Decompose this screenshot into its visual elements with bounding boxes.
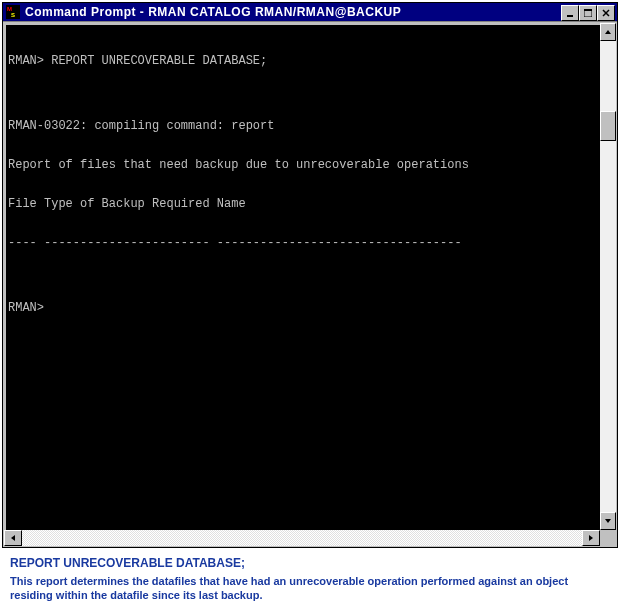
- titlebar: M S Command Prompt - RMAN CATALOG RMAN/R…: [3, 3, 617, 21]
- caption-title: REPORT UNRECOVERABLE DATABASE;: [10, 556, 610, 570]
- svg-rect-3: [567, 15, 573, 17]
- svg-marker-10: [11, 535, 15, 541]
- scroll-up-button[interactable]: [600, 23, 616, 41]
- svg-rect-5: [584, 9, 592, 11]
- minimize-button[interactable]: [561, 5, 579, 21]
- svg-text:S: S: [11, 12, 15, 18]
- command-prompt-window: M S Command Prompt - RMAN CATALOG RMAN/R…: [2, 2, 618, 548]
- console-line: RMAN>: [8, 302, 596, 315]
- horizontal-scrollbar[interactable]: [4, 530, 600, 546]
- maximize-button[interactable]: [579, 5, 597, 21]
- svg-marker-11: [589, 535, 593, 541]
- scroll-right-button[interactable]: [582, 530, 600, 546]
- console-line: File Type of Backup Required Name: [8, 198, 596, 211]
- caption: REPORT UNRECOVERABLE DATABASE; This repo…: [10, 556, 610, 602]
- vertical-scrollbar[interactable]: [600, 23, 616, 530]
- console-line: RMAN-03022: compiling command: report: [8, 120, 596, 133]
- console-output[interactable]: RMAN> REPORT UNRECOVERABLE DATABASE; RMA…: [6, 25, 600, 530]
- vertical-scroll-track[interactable]: [600, 41, 616, 512]
- vertical-scroll-thumb[interactable]: [600, 111, 616, 141]
- scroll-left-button[interactable]: [4, 530, 22, 546]
- horizontal-scroll-track[interactable]: [22, 530, 582, 546]
- console-line: RMAN> REPORT UNRECOVERABLE DATABASE;: [8, 55, 596, 68]
- scroll-down-button[interactable]: [600, 512, 616, 530]
- close-button[interactable]: [597, 5, 615, 21]
- console-line: ---- ----------------------- -----------…: [8, 237, 596, 250]
- window-title: Command Prompt - RMAN CATALOG RMAN/RMAN@…: [25, 5, 561, 19]
- scrollbar-corner: [600, 530, 616, 546]
- window-controls: [561, 3, 615, 21]
- window-client-area: RMAN> REPORT UNRECOVERABLE DATABASE; RMA…: [3, 21, 617, 547]
- svg-marker-8: [605, 30, 611, 34]
- svg-marker-9: [605, 519, 611, 523]
- console-line: Report of files that need backup due to …: [8, 159, 596, 172]
- msdos-icon: M S: [5, 4, 21, 20]
- caption-body: This report determines the datafiles tha…: [10, 574, 610, 602]
